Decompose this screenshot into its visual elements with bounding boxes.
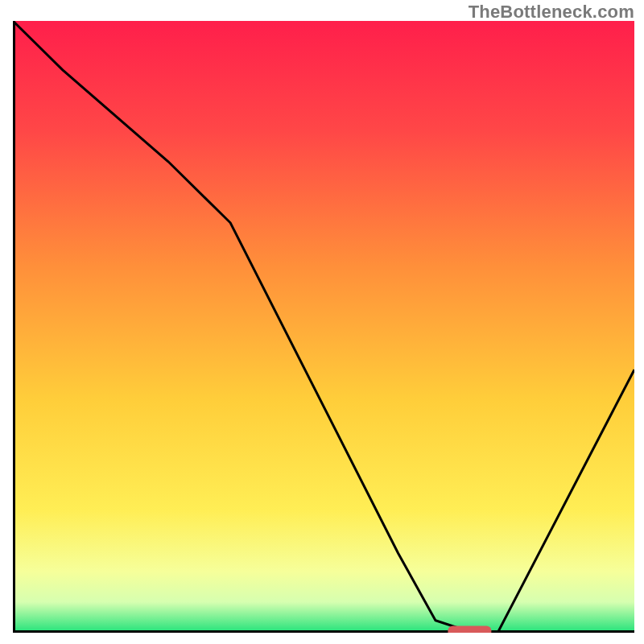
plot-area — [13, 21, 634, 633]
optimal-marker — [448, 626, 491, 634]
chart-frame: TheBottleneck.com — [0, 0, 644, 644]
gradient-background — [13, 21, 634, 633]
chart-svg — [13, 21, 634, 633]
watermark-label: TheBottleneck.com — [469, 2, 634, 23]
